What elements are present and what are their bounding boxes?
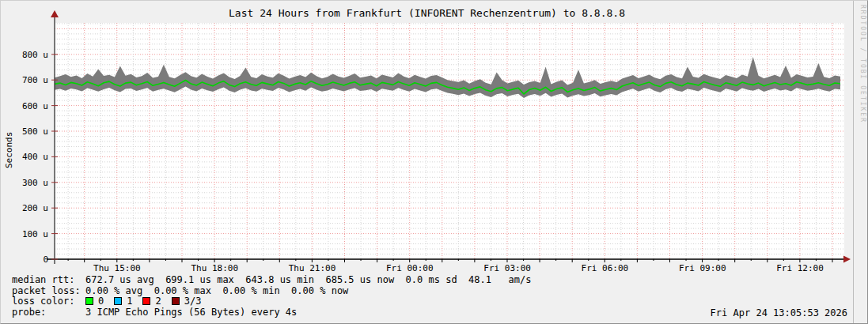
x-tick-label: Fri 06:00 [582, 263, 629, 273]
y-tick-label: 300 u [22, 178, 48, 188]
x-tick-label: Fri 12:00 [776, 263, 824, 273]
loss-color-swatch [85, 297, 93, 305]
packet-loss-values: 0.00 % avg 0.00 % max 0.00 % min 0.00 % … [85, 286, 348, 297]
y-tick-label: 0 [43, 254, 48, 265]
x-tick-label: Thu 15:00 [93, 263, 141, 273]
y-tick-label: 200 u [22, 203, 48, 213]
y-tick-label: 800 u [22, 50, 48, 60]
rrdtool-graph-window: Last 24 Hours from Frankfurt (INFORENT R… [0, 0, 868, 324]
packet-loss-label: packet loss: [12, 286, 85, 297]
loss-color-swatch-label: 1 [127, 296, 132, 307]
y-tick-label: 500 u [22, 126, 48, 137]
rrdtool-watermark: RRDTOOL / TOBI OETIKER [855, 5, 866, 123]
y-tick-label: 400 u [22, 152, 48, 162]
loss-color-swatch [142, 297, 150, 305]
loss-color-legend: 0123/3 [85, 296, 211, 307]
probe-row: probe: 3 ICMP Echo Pings (56 Bytes) ever… [12, 307, 532, 318]
median-rtt-values: 672.7 us avg 699.1 us max 643.8 us min 6… [85, 275, 532, 286]
y-axis-arrow-icon [51, 10, 59, 17]
x-axis-arrow-icon [843, 256, 851, 263]
generation-timestamp: Fri Apr 24 13:05:53 2026 [711, 307, 847, 318]
x-tick-label: Fri 00:00 [386, 263, 434, 273]
loss-color-label: loss color: [12, 296, 85, 307]
loss-color-swatch-label: 2 [155, 296, 161, 307]
loss-color-swatch-label: 3/3 [184, 296, 202, 307]
stats-block: median rtt: 672.7 us avg 699.1 us max 64… [12, 275, 532, 318]
x-tick-label: Thu 21:00 [289, 263, 336, 273]
x-tick-label: Thu 18:00 [191, 263, 238, 273]
x-tick-labels: Thu 15:00Thu 18:00Thu 21:00Fri 00:00Fri … [93, 263, 824, 273]
loss-color-swatch [114, 297, 122, 305]
probe-label: probe: [12, 307, 85, 318]
loss-color-swatch-label: 0 [98, 296, 104, 307]
loss-color-swatch [172, 297, 180, 305]
watermark-divider [853, 1, 854, 324]
median-rtt-label: median rtt: [12, 275, 85, 286]
y-tick-label: 100 u [22, 229, 48, 239]
loss-color-row: loss color: 0123/3 [12, 296, 532, 307]
packet-loss-row: packet loss: 0.00 % avg 0.00 % max 0.00 … [12, 286, 532, 297]
probe-description: 3 ICMP Echo Pings (56 Bytes) every 4s [85, 307, 297, 318]
y-tick-label: 600 u [22, 101, 48, 111]
x-tick-label: Fri 09:00 [679, 263, 726, 273]
x-tick-label: Fri 03:00 [483, 263, 531, 273]
y-tick-labels: 0100 u200 u300 u400 u500 u600 u700 u800 … [22, 50, 48, 265]
y-tick-label: 700 u [22, 75, 48, 85]
median-rtt-row: median rtt: 672.7 us avg 699.1 us max 64… [12, 275, 532, 286]
